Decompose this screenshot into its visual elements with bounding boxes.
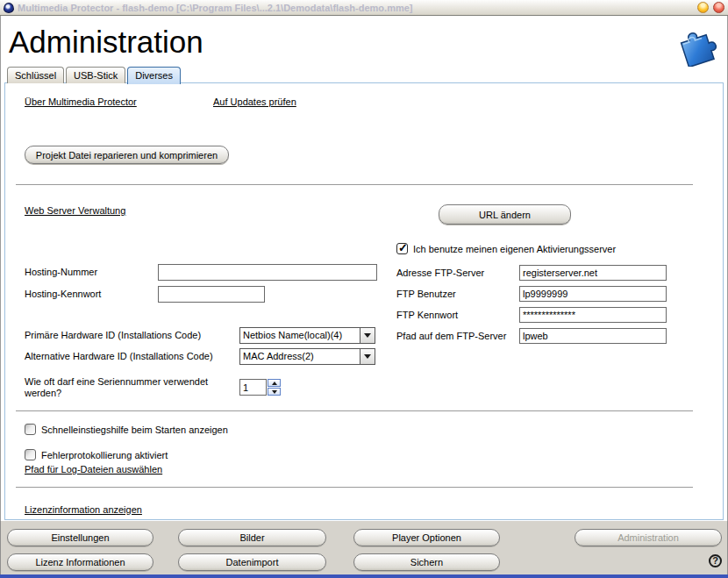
quickstart-help-checkbox[interactable]	[25, 424, 36, 435]
hosting-number-input[interactable]	[158, 264, 377, 281]
serial-usage-stepper	[268, 379, 281, 396]
own-activation-server-label: Ich benutze meinen eigenen Aktivierungss…	[413, 244, 616, 254]
bottom-button-bar: Einstellungen Bilder Player Optionen Adm…	[0, 521, 728, 578]
page-title: Administration	[9, 25, 203, 60]
ftp-password-input[interactable]	[519, 307, 667, 323]
tab-diverses[interactable]: Diverses	[127, 67, 181, 84]
own-activation-server-checkbox[interactable]: ✓	[396, 243, 408, 254]
chevron-down-icon[interactable]	[360, 349, 375, 364]
divider	[16, 410, 693, 411]
about-link[interactable]: Über Multimedia Protector	[25, 96, 137, 107]
primary-hwid-select[interactable]: Netbios Name(local)(4)	[239, 327, 375, 344]
app-window: Multimedia Protector - flash-demo [C:\Pr…	[0, 0, 728, 578]
hosting-number-label: Hosting-Nummer	[25, 267, 97, 277]
check-icon: ✓	[398, 241, 408, 254]
primary-hwid-value: Netbios Name(local)(4)	[240, 328, 360, 343]
ftp-path-input[interactable]	[519, 328, 667, 344]
hosting-password-input[interactable]	[158, 286, 265, 303]
data-import-button[interactable]: Datenimport	[178, 553, 326, 571]
license-informations-button[interactable]: Lizenz Informationen	[7, 553, 153, 571]
license-info-link[interactable]: Lizenzinformation anzeigen	[25, 504, 142, 515]
ftp-user-label: FTP Benutzer	[396, 289, 456, 299]
ftp-user-input[interactable]	[519, 286, 667, 302]
alternative-hwid-select[interactable]: MAC Address(2)	[239, 348, 375, 365]
chevron-down-icon[interactable]	[360, 328, 375, 343]
serial-usage-label: Wie oft darf eine Seriennummer verwendet…	[25, 376, 239, 399]
error-logging-label: Fehlerprotokollierung aktiviert	[41, 450, 168, 460]
tab-strip: Schlüssel USB-Stick Diverses	[7, 67, 181, 84]
change-url-button[interactable]: URL ändern	[439, 204, 571, 225]
help-icon[interactable]: ?	[709, 554, 722, 567]
alternative-hwid-label: Alternative Hardware ID (Installations C…	[25, 351, 213, 361]
settings-button[interactable]: Einstellungen	[7, 529, 153, 546]
repair-compress-button[interactable]: Projekt Datei reparieren und komprimiere…	[25, 146, 229, 164]
divider	[16, 487, 693, 488]
ftp-password-label: FTP Kennwort	[396, 310, 458, 320]
puzzle-icon	[670, 23, 721, 67]
spin-up-icon[interactable]	[268, 379, 281, 387]
ftp-path-label: Pfad auf dem FTP-Server	[396, 331, 506, 341]
app-icon	[4, 3, 14, 13]
check-updates-link[interactable]: Auf Updates prüfen	[213, 96, 296, 107]
log-path-link[interactable]: Pfad für Log-Dateien auswählen	[25, 464, 162, 475]
alternative-hwid-value: MAC Address(2)	[240, 349, 360, 364]
quickstart-help-label: Schnelleinstiegshilfe beim Starten anzei…	[41, 425, 228, 435]
close-icon[interactable]	[713, 2, 724, 13]
hosting-password-label: Hosting-Kennwort	[25, 289, 101, 299]
spin-down-icon[interactable]	[268, 388, 281, 396]
player-options-button[interactable]: Player Optionen	[353, 529, 500, 546]
minimize-icon[interactable]	[697, 2, 709, 13]
error-logging-checkbox[interactable]	[25, 449, 36, 460]
title-bar: Multimedia Protector - flash-demo [C:\Pr…	[0, 0, 728, 16]
divider	[16, 184, 693, 185]
save-button[interactable]: Sichern	[353, 553, 500, 571]
window-title: Multimedia Protector - flash-demo [C:\Pr…	[18, 3, 693, 13]
images-button[interactable]: Bilder	[178, 529, 326, 546]
ftp-address-input[interactable]	[519, 265, 667, 281]
administration-button: Administration	[575, 529, 722, 546]
webserver-admin-link[interactable]: Web Server Verwaltung	[25, 205, 125, 216]
serial-usage-input[interactable]	[239, 379, 267, 396]
primary-hwid-label: Primäre Hardware ID (Installations Code)	[25, 330, 201, 340]
tab-schluessel[interactable]: Schlüssel	[7, 67, 64, 83]
ftp-address-label: Adresse FTP-Server	[396, 268, 484, 278]
tab-usb-stick[interactable]: USB-Stick	[66, 67, 125, 83]
